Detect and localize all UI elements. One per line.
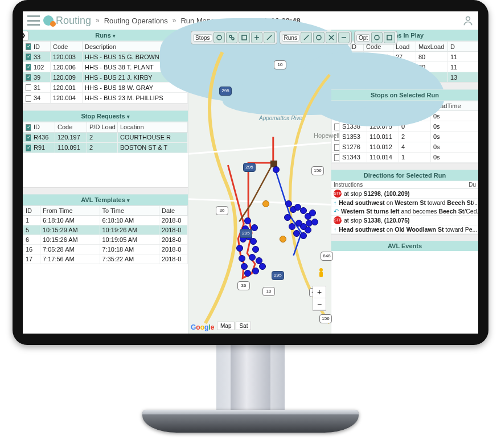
svg-point-0 bbox=[466, 17, 470, 20]
owl-icon bbox=[43, 15, 54, 26]
avl-templates-table[interactable]: ID From Time To Time Date 16:18:10 AM6:1… bbox=[23, 205, 188, 264]
stop-requests-panel-header[interactable]: Stop Requests▾ bbox=[23, 110, 188, 122]
stop-marker[interactable] bbox=[293, 230, 300, 237]
chevron-icon: » bbox=[173, 17, 176, 24]
app-logo: Routing bbox=[43, 15, 91, 27]
runs-tool-button[interactable] bbox=[326, 32, 337, 43]
map-type-button[interactable]: Sat bbox=[236, 322, 251, 330]
stops-tool-button[interactable] bbox=[226, 32, 237, 43]
direction-step[interactable]: ↑Head southwest on Western St toward Bee… bbox=[331, 199, 478, 207]
runs-panel-header[interactable]: Runs▾ bbox=[23, 30, 188, 41]
zoom-out-button[interactable]: − bbox=[313, 298, 326, 310]
stops-tool-button[interactable] bbox=[213, 32, 225, 43]
stop-marker[interactable] bbox=[252, 246, 259, 253]
route-shield: 295 bbox=[219, 87, 232, 96]
stop-marker[interactable] bbox=[289, 223, 295, 230]
avl-events-header[interactable]: AVL Events bbox=[331, 241, 478, 251]
stop-marker[interactable] bbox=[300, 232, 307, 239]
direction-step[interactable]: STPat stop S1298, (100.209) bbox=[331, 189, 478, 199]
user-icon[interactable] bbox=[462, 14, 474, 27]
stop-marker[interactable] bbox=[244, 270, 251, 277]
table-row[interactable]: S1343110.01410s bbox=[332, 152, 478, 162]
table-row[interactable]: S1353110.01120s bbox=[332, 131, 478, 142]
direction-step[interactable]: ↶Western St turns left and becomes Beech… bbox=[331, 207, 478, 216]
toolbar-group-label: Runs bbox=[282, 34, 299, 42]
table-row[interactable]: 167:05:28 AM7:10:18 AM2018-0 bbox=[23, 244, 188, 254]
chevron-icon: » bbox=[96, 17, 100, 24]
opt-tool-button[interactable] bbox=[384, 32, 395, 43]
stop-marker[interactable] bbox=[252, 268, 259, 274]
stop-marker[interactable] bbox=[280, 236, 286, 243]
table-row[interactable]: 610:15:26 AM10:19:05 AM2018-0 bbox=[23, 235, 188, 244]
directions-header[interactable]: Directions for Selected Run bbox=[331, 170, 478, 181]
stop-marker[interactable] bbox=[244, 217, 251, 224]
stop-marker[interactable] bbox=[262, 200, 269, 207]
breadcrumb[interactable]: Routing Operations bbox=[104, 17, 168, 25]
table-row[interactable]: ✓R436120.1972COURTHOUSE R bbox=[23, 132, 188, 142]
turn-icon: ↶ bbox=[334, 208, 339, 215]
stops-tool-button[interactable] bbox=[264, 32, 275, 43]
route-shield: 295 bbox=[243, 163, 256, 172]
route-shield: 156 bbox=[311, 166, 324, 175]
scrollbar[interactable] bbox=[331, 234, 478, 241]
col-id[interactable]: ID bbox=[31, 42, 51, 52]
table-row[interactable]: 34120.004HHS - BUS 23 M. PHILLIPS bbox=[23, 93, 188, 103]
zoom-in-button[interactable]: + bbox=[313, 286, 326, 298]
stop-marker[interactable] bbox=[239, 255, 245, 262]
stop-marker[interactable] bbox=[305, 227, 311, 233]
collapse-left-button[interactable]: ❯ bbox=[23, 31, 28, 41]
opt-tool-button[interactable] bbox=[371, 32, 383, 43]
svg-point-8 bbox=[375, 35, 379, 40]
svg-point-1 bbox=[319, 268, 323, 272]
svg-rect-9 bbox=[387, 35, 392, 40]
stops-tool-button[interactable] bbox=[239, 32, 250, 43]
scrollbar[interactable] bbox=[331, 163, 478, 170]
table-row[interactable]: 510:15:29 AM10:19:26 AM2018-0 bbox=[23, 225, 188, 235]
col-check[interactable]: ✓ bbox=[23, 42, 31, 52]
runs-tool-button[interactable] bbox=[313, 32, 325, 43]
zoom-control[interactable]: +− bbox=[313, 286, 326, 311]
avl-templates-panel-header[interactable]: AVL Templates▾ bbox=[23, 194, 188, 205]
runs-tool-button[interactable] bbox=[301, 32, 312, 43]
stop-requests-table[interactable]: ✓ ID Code P/D Load Location ✓R436120.197… bbox=[23, 122, 188, 153]
stop-marker[interactable] bbox=[249, 254, 256, 261]
stops-selected-header[interactable]: Stops on Selected Run bbox=[331, 89, 478, 101]
table-row[interactable]: 31120.001HHS - BUS 18 W. GRAY bbox=[23, 83, 188, 93]
route-shield: 295 bbox=[240, 229, 252, 238]
app-title: Routing bbox=[56, 15, 91, 27]
google-logo: Google bbox=[191, 323, 214, 331]
stop-marker[interactable] bbox=[284, 214, 291, 221]
stop-marker[interactable] bbox=[273, 166, 280, 173]
stop-marker[interactable] bbox=[295, 220, 302, 227]
stop-marker[interactable] bbox=[250, 238, 257, 245]
map-type-control[interactable]: Map Sat bbox=[217, 322, 251, 330]
scrollbar[interactable] bbox=[23, 104, 188, 110]
menu-icon[interactable] bbox=[27, 15, 40, 26]
direction-step[interactable]: STPat stop S1338, (120.075) bbox=[331, 216, 478, 225]
table-row[interactable]: 177:17:56 AM7:35:22 AM2018-0 bbox=[23, 254, 188, 264]
route-shield: 36 bbox=[237, 281, 250, 290]
arrow-up-icon: ↑ bbox=[334, 199, 336, 206]
table-row[interactable]: S1276110.01240s bbox=[332, 142, 478, 152]
col-code[interactable]: Code bbox=[51, 42, 83, 52]
svg-point-7 bbox=[317, 35, 321, 40]
table-row[interactable]: ✓R91110.0912BOSTON ST & T bbox=[23, 142, 188, 153]
stop-marker[interactable] bbox=[311, 219, 318, 225]
svg-rect-6 bbox=[242, 35, 247, 40]
scrollbar[interactable] bbox=[23, 187, 188, 194]
stop-marker[interactable] bbox=[259, 263, 266, 270]
stop-marker[interactable] bbox=[241, 263, 248, 270]
map-type-button[interactable]: Map bbox=[217, 322, 235, 330]
runs-tool-button[interactable] bbox=[338, 32, 350, 43]
stops-tool-button[interactable] bbox=[251, 32, 262, 43]
directions-list[interactable]: STPat stop S1298, (100.209)↑Head southwe… bbox=[331, 189, 478, 234]
svg-point-4 bbox=[229, 35, 232, 38]
stop-marker[interactable] bbox=[309, 209, 316, 216]
pegman-icon[interactable] bbox=[317, 268, 325, 280]
table-row[interactable]: 16:18:10 AM6:18:10 AM2018-0 bbox=[23, 215, 188, 225]
stop-marker[interactable] bbox=[236, 245, 243, 252]
route-shield: 156 bbox=[319, 314, 332, 323]
svg-point-5 bbox=[232, 38, 234, 40]
map-panel[interactable]: Appomattox River Hopewell bbox=[188, 30, 331, 334]
direction-step[interactable]: ↑Head southwest on Old Woodlawn St towar… bbox=[331, 225, 478, 234]
